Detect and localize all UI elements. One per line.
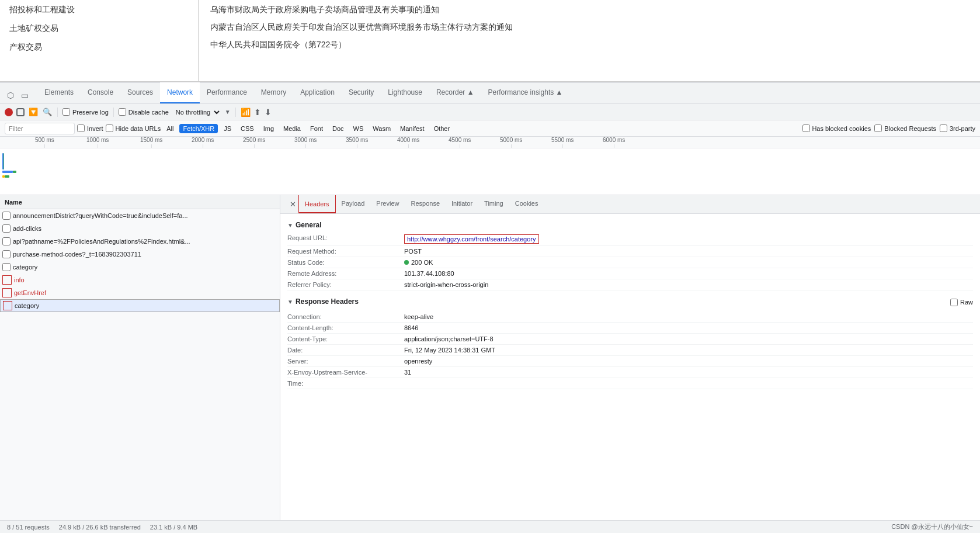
raw-checkbox[interactable]: Raw bbox=[950, 299, 973, 306]
row1-checkbox[interactable] bbox=[2, 212, 11, 220]
disable-cache-input[interactable] bbox=[119, 108, 126, 116]
request-row-3[interactable]: api?pathname=%2FPoliciesAndRegulations%2… bbox=[0, 235, 280, 248]
tab-lighthouse[interactable]: Lighthouse bbox=[381, 82, 429, 103]
device-icon[interactable]: ▭ bbox=[19, 89, 30, 101]
has-blocked-checkbox[interactable]: Has blocked cookies bbox=[802, 124, 871, 132]
webpage-right-item-2[interactable]: 内蒙古自治区人民政府关于印发自治区以更优营商环境服务市场主体行动方案的通知 bbox=[210, 22, 968, 33]
tab-console[interactable]: Console bbox=[81, 82, 120, 103]
filter-font[interactable]: Font bbox=[307, 124, 326, 133]
webpage-area: 招投标和工程建设 土地矿权交易 产权交易 乌海市财政局关于政府采购电子卖场商品管… bbox=[0, 0, 980, 82]
cursor-icon[interactable]: ⬡ bbox=[5, 89, 16, 101]
tab-memory[interactable]: Memory bbox=[254, 82, 293, 103]
upload-icon[interactable]: ⬆ bbox=[254, 108, 261, 117]
detail-tab-initiator[interactable]: Initiator bbox=[446, 195, 478, 213]
filter-all[interactable]: All bbox=[163, 124, 177, 133]
close-tab-button[interactable]: ✕ bbox=[287, 195, 298, 213]
blocked-requests-input[interactable] bbox=[874, 124, 882, 132]
tab-recorder[interactable]: Recorder ▲ bbox=[429, 82, 481, 103]
row6-checkbox-wrapper bbox=[2, 275, 12, 285]
request-row-4[interactable]: purchase-method-codes?_t=1683902303711 bbox=[0, 248, 280, 261]
request-row-8[interactable]: category bbox=[0, 299, 280, 312]
filter-media[interactable]: Media bbox=[280, 124, 304, 133]
date-label: Date: bbox=[287, 347, 404, 354]
tab-application[interactable]: Application bbox=[293, 82, 342, 103]
ruler-1000: 1000 ms bbox=[86, 137, 109, 148]
invert-checkbox[interactable]: Invert bbox=[77, 124, 103, 132]
filter-css[interactable]: CSS bbox=[237, 124, 258, 133]
detail-tab-cookies[interactable]: Cookies bbox=[509, 195, 544, 213]
filter-manifest[interactable]: Manifest bbox=[397, 124, 428, 133]
row5-checkbox[interactable] bbox=[2, 263, 11, 271]
row3-checkbox[interactable] bbox=[2, 237, 11, 245]
third-party-checkbox[interactable]: 3rd-party bbox=[940, 124, 975, 132]
hide-data-urls-label: Hide data URLs bbox=[116, 125, 161, 132]
status-watermark: CSDN @永远十八的小仙女~ bbox=[891, 522, 973, 531]
filter-input[interactable] bbox=[5, 123, 75, 134]
network-toolbar: 🔽 🔍 Preserve log Disable cache No thrott… bbox=[0, 104, 980, 120]
detail-tab-preview[interactable]: Preview bbox=[370, 195, 405, 213]
filter-icon[interactable]: 🔽 bbox=[28, 107, 39, 117]
row8-name: category bbox=[15, 302, 277, 309]
webpage-right-item-3[interactable]: 中华人民共和国国务院令（第722号） bbox=[210, 40, 968, 50]
wifi-icon[interactable]: 📶 bbox=[241, 108, 251, 117]
preserve-log-checkbox[interactable]: Preserve log bbox=[62, 108, 109, 116]
ruler-4000: 4000 ms bbox=[397, 137, 419, 148]
detail-tab-response[interactable]: Response bbox=[405, 195, 446, 213]
preserve-log-input[interactable] bbox=[62, 108, 70, 116]
request-url-value[interactable]: http://www.whggzy.com/front/search/categ… bbox=[404, 234, 539, 244]
request-row-1[interactable]: announcementDistrict?queryWithCode=true&… bbox=[0, 209, 280, 222]
hide-data-urls-input[interactable] bbox=[106, 124, 113, 132]
search-icon[interactable]: 🔍 bbox=[42, 107, 53, 117]
third-party-input[interactable] bbox=[940, 124, 947, 132]
tab-performance[interactable]: Performance bbox=[200, 82, 254, 103]
request-row-7[interactable]: getEnvHref bbox=[0, 286, 280, 299]
blocked-requests-checkbox[interactable]: Blocked Requests bbox=[874, 124, 936, 132]
invert-input[interactable] bbox=[77, 124, 85, 132]
ruler-2500: 2500 ms bbox=[243, 137, 265, 148]
raw-input[interactable] bbox=[950, 299, 958, 306]
third-party-label: 3rd-party bbox=[950, 125, 975, 132]
referrer-label: Referrer Policy: bbox=[287, 281, 404, 288]
webpage-left-item-2[interactable]: 土地矿权交易 bbox=[9, 23, 189, 34]
ruler-2000: 2000 ms bbox=[192, 137, 214, 148]
disable-cache-checkbox[interactable]: Disable cache bbox=[119, 108, 169, 116]
tab-performance-insights[interactable]: Performance insights ▲ bbox=[481, 82, 570, 103]
tab-sources[interactable]: Sources bbox=[120, 82, 160, 103]
webpage-left-item-3[interactable]: 产权交易 bbox=[9, 42, 189, 53]
row2-checkbox[interactable] bbox=[2, 224, 11, 233]
webpage-left-item-1[interactable]: 招投标和工程建设 bbox=[9, 5, 189, 15]
tab-network[interactable]: Network bbox=[160, 82, 200, 103]
filter-fetch-xhr[interactable]: Fetch/XHR bbox=[179, 124, 218, 133]
date-value: Fri, 12 May 2023 14:38:31 GMT bbox=[404, 347, 495, 354]
timeline-panel: 500 ms 1000 ms 1500 ms 2000 ms 2500 ms 3… bbox=[0, 137, 980, 195]
filter-ws[interactable]: WS bbox=[350, 124, 367, 133]
stop-button[interactable] bbox=[16, 108, 25, 116]
tab-elements[interactable]: Elements bbox=[37, 82, 81, 103]
disable-cache-label: Disable cache bbox=[128, 109, 169, 116]
status-resources: 23.1 kB / 9.4 MB bbox=[150, 524, 197, 531]
connection-value: keep-alive bbox=[404, 313, 433, 320]
main-content: Name announcementDistrict?queryWithCode=… bbox=[0, 195, 980, 520]
download-icon[interactable]: ⬇ bbox=[265, 108, 272, 117]
filter-wasm[interactable]: Wasm bbox=[369, 124, 394, 133]
filter-img[interactable]: Img bbox=[260, 124, 277, 133]
webpage-right-item-1[interactable]: 乌海市财政局关于政府采购电子卖场商品管理及有关事项的通知 bbox=[210, 5, 968, 15]
invert-label: Invert bbox=[87, 125, 103, 132]
details-panel: ✕ Headers Payload Preview Response Initi… bbox=[280, 195, 980, 520]
general-section-header: General bbox=[287, 219, 973, 233]
detail-tab-headers[interactable]: Headers bbox=[298, 195, 336, 213]
request-row-6[interactable]: info bbox=[0, 274, 280, 286]
detail-tab-payload[interactable]: Payload bbox=[336, 195, 371, 213]
row4-checkbox[interactable] bbox=[2, 250, 11, 258]
hide-data-urls-checkbox[interactable]: Hide data URLs bbox=[106, 124, 161, 132]
detail-tab-timing[interactable]: Timing bbox=[478, 195, 509, 213]
filter-doc[interactable]: Doc bbox=[329, 124, 347, 133]
throttle-select[interactable]: No throttling Fast 3G Slow 3G Offline bbox=[172, 108, 221, 116]
filter-other[interactable]: Other bbox=[430, 124, 454, 133]
record-button[interactable] bbox=[5, 108, 13, 116]
filter-js[interactable]: JS bbox=[220, 124, 235, 133]
request-row-2[interactable]: add-clicks bbox=[0, 222, 280, 235]
has-blocked-input[interactable] bbox=[802, 124, 810, 132]
request-row-5[interactable]: category bbox=[0, 261, 280, 274]
tab-security[interactable]: Security bbox=[342, 82, 381, 103]
